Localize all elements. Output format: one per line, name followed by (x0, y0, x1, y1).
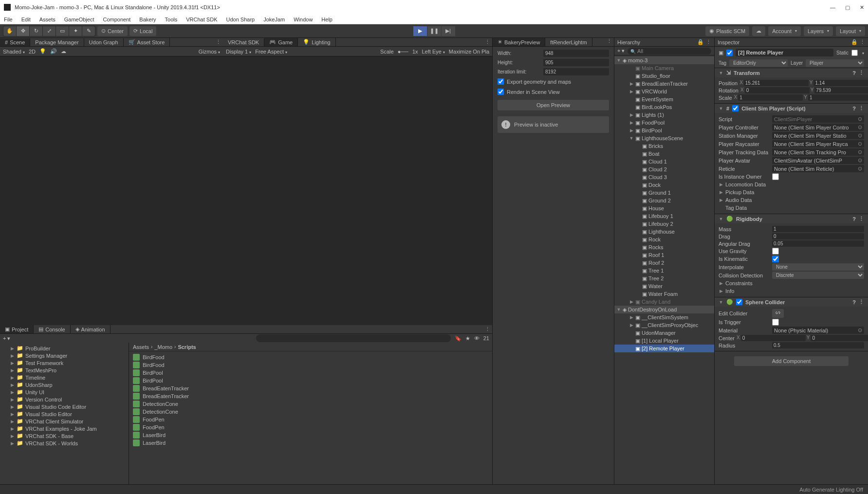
cloud-button[interactable]: ☁ (752, 26, 765, 36)
project-folder[interactable]: ▶📁TextMeshPro (0, 366, 129, 374)
project-folder[interactable]: ▶📁Settings Manager (0, 352, 129, 359)
tab-package-manager[interactable]: Package Manager (30, 38, 84, 46)
tab-scene[interactable]: # Scene (0, 38, 30, 46)
tab-udon-graph[interactable]: Udon Graph (84, 38, 124, 46)
project-folder[interactable]: ▶📁UdonSharp (0, 381, 129, 388)
center-x[interactable] (741, 335, 806, 341)
hierarchy-item[interactable]: ▶▣BirdPool (614, 127, 714, 134)
hierarchy-item[interactable]: ▣Main Camera (614, 64, 714, 72)
project-file[interactable]: BirdFood (129, 361, 492, 369)
project-file[interactable]: FoodPen (129, 416, 492, 423)
gameobject-name-input[interactable] (736, 49, 833, 56)
is-kinematic-checkbox[interactable] (772, 256, 779, 262)
hierarchy-item[interactable]: ▣UdonManager (614, 329, 714, 337)
scene-audio-toggle[interactable]: 🔊 (50, 48, 57, 55)
hierarchy-item[interactable]: ▣Tree 2 (614, 274, 714, 282)
scale-tool[interactable]: ⤢ (43, 26, 55, 36)
maximize-button[interactable]: ▢ (845, 4, 850, 11)
project-file[interactable]: BirdPool (129, 377, 492, 384)
hierarchy-item[interactable]: ▼▣LighthouseScene (614, 134, 714, 142)
center-y[interactable] (811, 335, 868, 341)
project-file[interactable]: LaserBird (129, 431, 492, 439)
reticle-field[interactable]: None (Client Sim Reticle)⊙ (772, 165, 864, 172)
project-favorite-icon[interactable]: ★ (465, 335, 470, 342)
hierarchy-tree[interactable]: ▼◈momo-3▣Main Camera▣Studio_floor▶▣Bread… (614, 55, 714, 484)
step-button[interactable]: ▶| (442, 26, 455, 36)
hierarchy-item[interactable]: ▣[2] Remote Player (614, 345, 714, 352)
tab-overflow[interactable]: ⋮ (483, 326, 492, 332)
info-foldout[interactable]: ▶Info (719, 287, 864, 295)
menu-tools[interactable]: Tools (165, 17, 178, 22)
radius-input[interactable] (772, 342, 864, 348)
gameobject-active-checkbox[interactable] (726, 50, 733, 56)
menu-file[interactable]: File (4, 17, 13, 22)
scale-x[interactable] (738, 94, 803, 101)
mass-input[interactable] (772, 226, 864, 232)
menu-jokejam[interactable]: JokeJam (263, 17, 285, 22)
component-help-icon[interactable]: ? (852, 106, 856, 111)
rot-y[interactable] (814, 87, 868, 93)
gizmos-dropdown[interactable]: Gizmos (199, 49, 220, 55)
tab-bakery-preview[interactable]: ☀ BakeryPreview (493, 38, 545, 46)
is-trigger-checkbox[interactable] (772, 319, 779, 326)
menu-vrchat-sdk[interactable]: VRChat SDK (186, 17, 217, 22)
player-raycaster-field[interactable]: None (Client Sim Player Rayca⊙ (772, 140, 864, 147)
project-folder[interactable]: ▶📁VRChat SDK - Worlds (0, 439, 129, 447)
constraints-foldout[interactable]: ▶Constraints (719, 279, 864, 287)
project-folder[interactable]: ▶📁Timeline (0, 374, 129, 381)
menu-gameobject[interactable]: GameObject (64, 17, 94, 22)
project-folder[interactable]: ▶📁Version Control (0, 396, 129, 403)
tab-overflow[interactable]: ⋮ (214, 39, 223, 45)
drag-input[interactable] (772, 233, 864, 239)
project-file[interactable]: DetectionCone (129, 400, 492, 408)
account-dropdown[interactable]: Account (768, 26, 801, 36)
hierarchy-lock-icon[interactable]: 🔒 (697, 39, 704, 45)
edit-collider-button[interactable]: ᔕ (772, 309, 784, 318)
hierarchy-item[interactable]: ▣Roof 2 (614, 259, 714, 267)
project-folder[interactable]: ▶📁ProBuilder (0, 345, 129, 352)
hierarchy-item[interactable]: ▣[1] Local Player (614, 337, 714, 345)
hierarchy-item[interactable]: ▣Cloud 3 (614, 173, 714, 181)
menu-bakery[interactable]: Bakery (139, 17, 156, 22)
bakery-width-input[interactable] (543, 50, 609, 57)
player-controller-field[interactable]: None (Client Sim Player Contro⊙ (772, 124, 864, 131)
hierarchy-item[interactable]: ▣Studio_floor (614, 72, 714, 80)
tab-console[interactable]: ▤ Console (34, 325, 70, 333)
layout-dropdown[interactable]: Layout (836, 26, 865, 36)
project-folder[interactable]: ▶📁Visual Studio Editor (0, 410, 129, 418)
pos-y[interactable] (813, 80, 868, 86)
tab-asset-store[interactable]: 🛒 Asset Store (124, 38, 170, 46)
hierarchy-item[interactable]: ▶▣__ClientSimSystem (614, 313, 714, 321)
physic-material-field[interactable]: None (Physic Material)⊙ (772, 327, 864, 334)
hierarchy-item[interactable]: ▣Ground 2 (614, 197, 714, 204)
project-file[interactable]: BirdFood (129, 353, 492, 361)
hierarchy-item[interactable]: ▣Rocks (614, 243, 714, 251)
rot-x[interactable] (745, 87, 810, 93)
project-files[interactable]: BirdFoodBirdFoodBirdPoolBirdPoolBreadEat… (129, 351, 492, 484)
shading-dropdown[interactable]: Shaded (3, 49, 25, 55)
project-hidden-icon[interactable]: 👁 (474, 335, 480, 341)
hierarchy-item[interactable]: ▶▣Lights (1) (614, 111, 714, 119)
scene-light-toggle[interactable]: 💡 (39, 48, 46, 55)
hierarchy-item[interactable]: ▣Bricks (614, 142, 714, 150)
hierarchy-item[interactable]: ▣Water Foam (614, 290, 714, 298)
inspector-menu-icon[interactable]: ⋮ (860, 39, 865, 45)
pickup-foldout[interactable]: ▶Pickup Data (719, 188, 864, 196)
static-dropdown[interactable] (861, 50, 864, 55)
hierarchy-item[interactable]: ▣Water (614, 282, 714, 290)
aspect-dropdown[interactable]: Free Aspect (255, 49, 287, 55)
hierarchy-item[interactable]: ▣EventSystem (614, 95, 714, 103)
maximize-toggle[interactable]: Maximize On Pla (449, 49, 489, 55)
hierarchy-item[interactable]: ▣Tree 1 (614, 267, 714, 274)
tab-ftrender[interactable]: ftRenderLightm (545, 38, 592, 46)
hierarchy-item[interactable]: ▣Boat (614, 150, 714, 158)
eye-dropdown[interactable]: Left Eye (422, 49, 445, 55)
custom-tool[interactable]: ✎ (82, 26, 95, 36)
menu-window[interactable]: Window (294, 17, 313, 22)
scale-slider[interactable]: ●── (398, 49, 408, 55)
rotate-tool[interactable]: ↻ (30, 26, 42, 36)
project-folder[interactable]: ▶📁VRChat SDK - Base (0, 432, 129, 439)
hierarchy-search[interactable]: 🔍 All (628, 48, 711, 55)
component-help-icon[interactable]: ? (852, 216, 856, 222)
inspector-lock-icon[interactable]: 🔒 (851, 39, 858, 45)
